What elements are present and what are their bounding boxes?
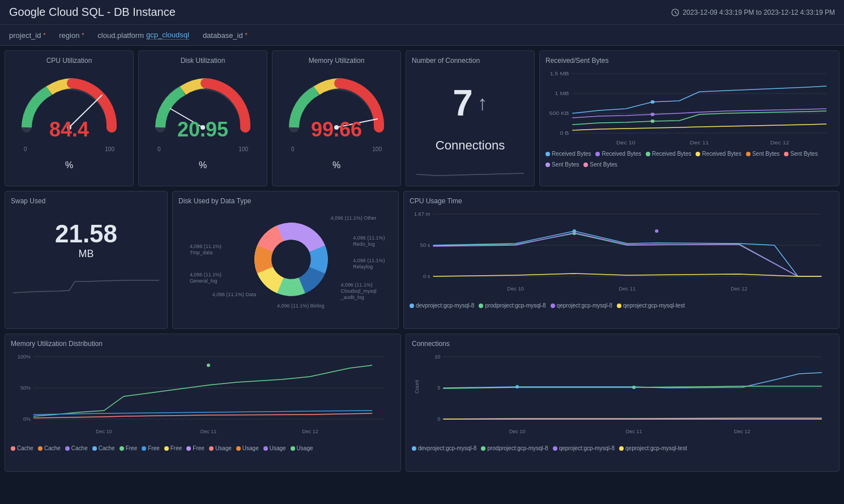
- filters-bar: project_id * region * cloud.platform gcp…: [0, 25, 844, 46]
- bytes-chart: 1.5 MB 1 MB 500 KB 0 B Dec 10 Dec 11 Dec…: [545, 68, 833, 147]
- svg-text:1.67 m: 1.67 m: [414, 211, 430, 217]
- svg-point-19: [650, 119, 654, 123]
- disk-value: 20.95: [177, 118, 228, 142]
- time-range: 2023-12-09 4:33:19 PM to 2023-12-12 4:33…: [671, 8, 835, 16]
- svg-text:0 s: 0 s: [423, 274, 430, 279]
- disk-gauge: 20.95: [152, 74, 254, 136]
- swap-used-title: Swap Used: [11, 197, 161, 205]
- svg-text:Count: Count: [414, 380, 420, 394]
- mem-dist-svg: 100% 50% 0% Dec 10 Dec 11 Dec 12: [11, 351, 395, 447]
- svg-text:50 s: 50 s: [420, 242, 430, 248]
- svg-text:1 MB: 1 MB: [555, 91, 569, 96]
- swap-used-panel: Swap Used 21.58 MB: [5, 191, 168, 329]
- svg-text:Dec 11: Dec 11: [619, 286, 636, 292]
- svg-text:4,096 (11.1%): 4,096 (11.1%): [353, 235, 385, 241]
- svg-text:0 B: 0 B: [560, 130, 569, 136]
- svg-text:10: 10: [434, 354, 440, 360]
- svg-text:Dec 12: Dec 12: [734, 429, 751, 434]
- header: Google Cloud SQL - DB Instance 2023-12-0…: [0, 0, 844, 25]
- svg-text:4,096 (11.1%): 4,096 (11.1%): [190, 244, 221, 249]
- svg-line-2: [675, 12, 677, 14]
- svg-text:Dec 11: Dec 11: [201, 429, 216, 434]
- svg-text:500 KB: 500 KB: [549, 110, 569, 116]
- received-sent-bytes-panel: Received/Sent Bytes 1.5 MB 1 MB 500 KB 0…: [539, 50, 839, 186]
- num-connections-panel: Number of Connection 7 ↑ Connections: [406, 50, 535, 186]
- mem-dist-title: Memory Utilization Distribution: [11, 340, 395, 348]
- memory-gauge-labels: 0 100: [291, 146, 382, 152]
- svg-text:0%: 0%: [23, 416, 31, 422]
- received-sent-bytes-title: Received/Sent Bytes: [545, 57, 833, 65]
- connections-sparkline: [412, 157, 528, 180]
- donut-chart: 4,096 (11.1%) Other 4,096 (11.1%) Redo_l…: [178, 203, 393, 316]
- disk-utilization-panel: Disk Utilization 20.95 0 100 %: [138, 50, 267, 186]
- svg-text:4,096 (11.1%) Other: 4,096 (11.1%) Other: [331, 215, 377, 221]
- svg-text:Dec 10: Dec 10: [616, 140, 636, 146]
- connections-value-row: 7 ↑: [412, 68, 528, 138]
- donut-svg: 4,096 (11.1%) Other 4,096 (11.1%) Redo_l…: [178, 203, 393, 316]
- cpu-utilization-title: CPU Utilization: [46, 57, 92, 65]
- mem-dist-panel: Memory Utilization Distribution 100% 50%…: [5, 334, 401, 472]
- cpu-gauge: 84.4: [18, 74, 120, 136]
- row-3: Memory Utilization Distribution 100% 50%…: [5, 334, 839, 472]
- disk-utilization-title: Disk Utilization: [181, 57, 225, 65]
- page-title: Google Cloud SQL - DB Instance: [9, 6, 176, 19]
- connections-chart: 10 5 0 Count Dec 10 Dec 11 Dec 12: [412, 351, 833, 442]
- connections-title: Connections: [412, 340, 833, 348]
- swap-value: 21.58: [11, 220, 161, 248]
- filter-region[interactable]: region *: [59, 31, 84, 40]
- bytes-legend: Received Bytes Received Bytes Received B…: [545, 151, 833, 168]
- svg-point-46: [655, 229, 658, 233]
- svg-text:4,096 (11.1%): 4,096 (11.1%): [340, 282, 372, 288]
- connections-label: Connections: [412, 138, 528, 157]
- memory-unit: %: [333, 160, 340, 170]
- svg-text:Dec 12: Dec 12: [770, 140, 790, 146]
- cpu-gauge-labels: 0 100: [24, 146, 114, 152]
- cpu-usage-time-title: CPU Usage Time: [410, 197, 833, 205]
- legend-sent-4: Sent Bytes: [583, 161, 617, 168]
- memory-value: 99.66: [311, 118, 362, 142]
- svg-text:Redo_log: Redo_log: [353, 241, 374, 247]
- memory-utilization-panel: Memory Utilization 99.66 0 100 %: [272, 50, 401, 186]
- cpu-time-svg: 1.67 m 50 s 0 s Dec 10 Dec 11 Dec 12: [410, 208, 833, 305]
- row-2: Swap Used 21.58 MB Disk Used by Data Typ…: [5, 191, 839, 329]
- cpu-value: 84.4: [49, 118, 89, 142]
- svg-point-18: [650, 113, 654, 116]
- svg-text:_audit_log: _audit_log: [340, 294, 364, 300]
- svg-text:4,096 (11.1%) Binlog: 4,096 (11.1%) Binlog: [277, 303, 324, 309]
- cpu-utilization-panel: CPU Utilization 84.4 0 100: [5, 50, 134, 186]
- connections-trend-icon: ↑: [478, 91, 488, 115]
- svg-text:100%: 100%: [18, 354, 31, 360]
- svg-point-68: [632, 386, 636, 389]
- disk-unit: %: [199, 160, 207, 170]
- num-connections-title: Number of Connection: [412, 57, 528, 65]
- filter-database-id[interactable]: database_id *: [203, 31, 248, 40]
- svg-text:Dec 11: Dec 11: [626, 429, 642, 434]
- svg-text:Dec 11: Dec 11: [690, 140, 709, 146]
- svg-text:0: 0: [437, 416, 440, 422]
- svg-text:4,096 (11.1%): 4,096 (11.1%): [190, 272, 221, 277]
- svg-text:Dec 12: Dec 12: [302, 429, 318, 434]
- cpu-usage-time-panel: CPU Usage Time 1.67 m 50 s 0 s Dec 10 De…: [403, 191, 839, 329]
- svg-point-20: [271, 240, 311, 279]
- filter-cloud-platform[interactable]: cloud.platform gcp_cloudsql: [97, 31, 189, 40]
- swap-unit: MB: [11, 248, 161, 260]
- svg-text:Dec 12: Dec 12: [731, 286, 748, 292]
- disk-type-panel: Disk Used by Data Type: [172, 191, 399, 329]
- memory-gauge: 99.66: [285, 74, 387, 136]
- clock-icon: [671, 8, 679, 16]
- swap-sparkline: [11, 264, 161, 323]
- connections-number: 7: [453, 82, 473, 124]
- svg-text:Dec 10: Dec 10: [507, 286, 524, 292]
- connections-svg: 10 5 0 Count Dec 10 Dec 11 Dec 12: [412, 351, 833, 447]
- filter-project-id[interactable]: project_id *: [9, 31, 45, 40]
- svg-text:Cloudsql_mysql: Cloudsql_mysql: [340, 288, 376, 294]
- svg-point-67: [515, 385, 519, 388]
- svg-text:Dec 10: Dec 10: [96, 429, 112, 434]
- row-1: CPU Utilization 84.4 0 100: [5, 50, 839, 186]
- memory-utilization-title: Memory Utilization: [309, 57, 365, 65]
- svg-text:50%: 50%: [20, 385, 31, 391]
- cpu-time-chart: 1.67 m 50 s 0 s Dec 10 Dec 11 Dec 12: [410, 208, 833, 299]
- svg-text:5: 5: [437, 385, 440, 391]
- svg-point-56: [207, 364, 210, 367]
- mem-dist-chart: 100% 50% 0% Dec 10 Dec 11 Dec 12: [11, 351, 395, 442]
